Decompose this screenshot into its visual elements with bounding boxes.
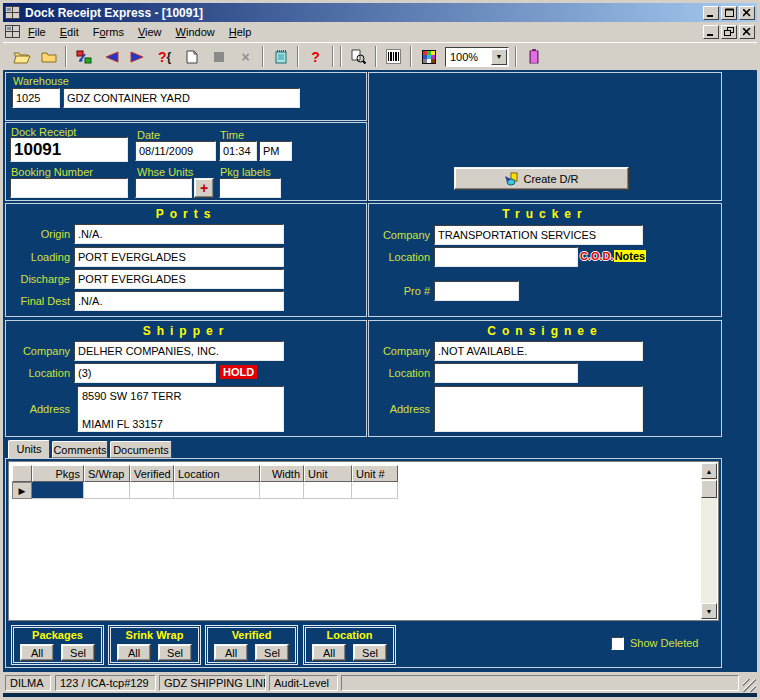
consignee-company-field[interactable]: [434, 341, 643, 361]
create-dr-button[interactable]: Create D/R: [454, 167, 629, 190]
shrink-wrap-all-button[interactable]: All: [117, 644, 151, 661]
notepad-icon[interactable]: [268, 45, 293, 69]
next-icon[interactable]: [125, 45, 150, 69]
verified-all-button[interactable]: All: [214, 644, 248, 661]
pkg-labels-label: Pkg labels: [220, 166, 271, 178]
trucker-location-field[interactable]: [434, 247, 578, 267]
close-icon[interactable]: [739, 6, 755, 20]
print-preview-icon[interactable]: [346, 45, 371, 69]
whse-units-field[interactable]: [135, 178, 192, 198]
status-bar: DILMA 123 / ICA-tcp#129 GDZ SHIPPING LIN…: [3, 672, 757, 693]
palette-icon[interactable]: [416, 45, 441, 69]
closed-folder-icon[interactable]: [36, 45, 61, 69]
mdi-close-icon[interactable]: [739, 25, 755, 39]
discharge-field[interactable]: [74, 269, 284, 289]
grid-header-unit[interactable]: Unit: [304, 465, 352, 482]
menu-help[interactable]: Help: [222, 23, 259, 41]
ports-title: Ports: [6, 207, 366, 221]
pkg-labels-field[interactable]: [219, 178, 281, 198]
chevron-down-icon[interactable]: ▼: [491, 49, 507, 65]
open-folder-icon[interactable]: [9, 45, 34, 69]
query-icon[interactable]: ?{: [152, 45, 177, 69]
tab-documents[interactable]: Documents: [110, 441, 172, 458]
scroll-up-icon[interactable]: ▲: [701, 463, 717, 479]
menu-window[interactable]: Window: [169, 23, 222, 41]
packages-all-button[interactable]: All: [20, 644, 54, 661]
toolbar-separator: [410, 46, 412, 67]
grid-cell-verified[interactable]: [130, 482, 174, 499]
row-pointer-icon[interactable]: ▶: [12, 482, 32, 499]
verified-group-title: Verified: [208, 629, 295, 641]
booking-number-field[interactable]: [10, 178, 128, 198]
pro-number-field[interactable]: [434, 281, 519, 301]
trucker-company-field[interactable]: [434, 225, 643, 245]
shipper-title: Shipper: [6, 324, 366, 338]
shipper-location-field[interactable]: [74, 363, 216, 383]
final-dest-field[interactable]: [74, 291, 284, 311]
barcode-icon[interactable]: [381, 45, 406, 69]
minimize-icon[interactable]: [703, 6, 719, 20]
menu-edit[interactable]: Edit: [53, 23, 86, 41]
grid-cell-unit[interactable]: [304, 482, 352, 499]
menu-view[interactable]: View: [131, 23, 169, 41]
loading-field[interactable]: [74, 247, 284, 267]
maximize-icon[interactable]: [721, 6, 737, 20]
grid-header-verified[interactable]: Verified: [130, 465, 174, 482]
origin-field[interactable]: [74, 224, 284, 244]
warehouse-name-field[interactable]: [63, 88, 300, 108]
warehouse-code-field[interactable]: [12, 88, 60, 108]
packages-group-title: Packages: [14, 629, 101, 641]
new-document-icon[interactable]: [179, 45, 204, 69]
time-field[interactable]: [219, 141, 257, 161]
help-icon[interactable]: ?: [303, 45, 328, 69]
menu-items: FileEditFormsViewWindowHelp: [21, 26, 258, 38]
grid-header-unitnum[interactable]: Unit #: [352, 465, 398, 482]
status-company: GDZ SHIPPING LINE: [159, 675, 266, 691]
cod-notes-badge[interactable]: C.O.D.Notes: [580, 250, 646, 262]
status-user: DILMA: [5, 675, 51, 691]
resize-grip[interactable]: [743, 679, 756, 692]
meridiem-field[interactable]: [259, 141, 292, 161]
verified-sel-button[interactable]: Sel: [255, 644, 289, 661]
grid-cell-pkgs[interactable]: [32, 482, 84, 499]
final-dest-label: Final Dest: [6, 295, 70, 307]
location-sel-button[interactable]: Sel: [353, 644, 387, 661]
grid-cell-unitnum[interactable]: [352, 482, 398, 499]
toolbar-separator: [65, 46, 67, 67]
shipper-company-field[interactable]: [74, 341, 284, 361]
consignee-location-field[interactable]: [434, 363, 578, 383]
transfer-icon[interactable]: [71, 45, 96, 69]
scroll-thumb[interactable]: [701, 480, 717, 498]
add-unit-button[interactable]: +: [194, 178, 214, 198]
packages-sel-button[interactable]: Sel: [61, 644, 95, 661]
grid-cell-location[interactable]: [174, 482, 260, 499]
scroll-down-icon[interactable]: ▼: [701, 603, 717, 619]
shrink-wrap-sel-button[interactable]: Sel: [158, 644, 192, 661]
shipper-address-field[interactable]: 8590 SW 167 TERR MIAMI FL 33157: [77, 386, 284, 432]
grid-header-pkgs[interactable]: Pkgs: [32, 465, 84, 482]
mdi-child-icon[interactable]: [5, 25, 21, 39]
grid-cell-width[interactable]: [260, 482, 304, 499]
tab-comments[interactable]: Comments: [52, 441, 108, 458]
mdi-minimize-icon[interactable]: [703, 25, 719, 39]
show-deleted-checkbox[interactable]: [611, 637, 624, 650]
grid-header-location[interactable]: Location: [174, 465, 260, 482]
grid-scrollbar[interactable]: ▲ ▼: [701, 463, 717, 619]
tab-units[interactable]: Units: [8, 440, 50, 458]
grid-cell-swrap[interactable]: [84, 482, 130, 499]
menu-file[interactable]: File: [21, 23, 53, 41]
grid-header-width[interactable]: Width: [260, 465, 304, 482]
consignee-address-field[interactable]: [434, 386, 643, 432]
date-field[interactable]: [135, 141, 216, 161]
exit-building-icon[interactable]: [521, 45, 546, 69]
verified-filter-group: Verified AllSel: [205, 625, 298, 665]
menu-forms[interactable]: Forms: [86, 23, 131, 41]
dock-receipt-number-field[interactable]: [10, 137, 128, 162]
warehouse-label: Warehouse: [13, 75, 69, 87]
grid-header-swrap[interactable]: S/Wrap: [84, 465, 130, 482]
previous-icon[interactable]: [98, 45, 123, 69]
toolbar-separator: [515, 46, 517, 67]
mdi-restore-icon[interactable]: [721, 25, 737, 39]
zoom-select[interactable]: 100% ▼: [445, 47, 509, 67]
location-all-button[interactable]: All: [312, 644, 346, 661]
